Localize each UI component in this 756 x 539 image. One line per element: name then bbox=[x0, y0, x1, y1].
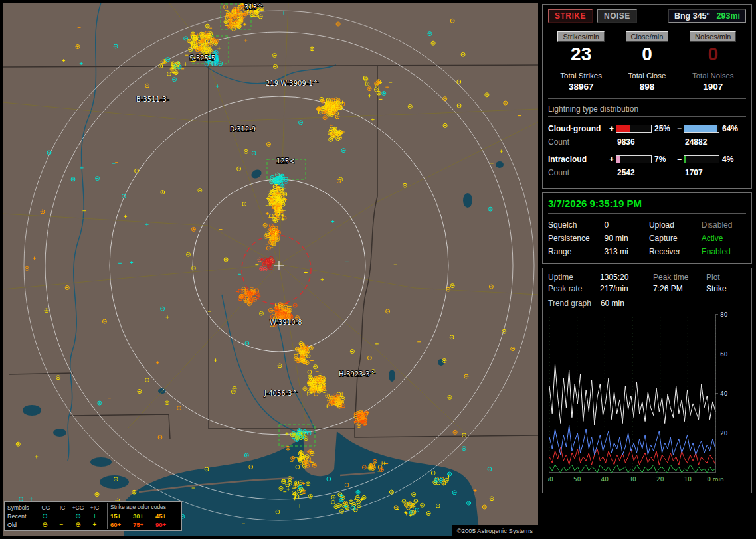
peak-rate-value: 217/min bbox=[600, 284, 653, 293]
rate-box: Noises/min0 bbox=[680, 31, 746, 65]
age-code: 90+ bbox=[155, 521, 178, 528]
peak-rate-label: Peak rate bbox=[548, 284, 600, 293]
rate-box: Strikes/min23 bbox=[548, 31, 614, 65]
map-legend: Symbols-CG-IC+CG+IC Recent⊖−⊕+Old⊖−⊕+ St… bbox=[4, 501, 182, 531]
trend-window-value: 60 min bbox=[601, 299, 624, 308]
svg-text:20: 20 bbox=[656, 476, 664, 483]
legend-symbol: − bbox=[53, 513, 70, 520]
count-row: Count25421707 bbox=[548, 166, 746, 179]
legend-symbol: + bbox=[86, 513, 103, 520]
storm-cell-label: B-3511-3- bbox=[136, 96, 169, 103]
storm-cell-label: J-4056-3^ bbox=[264, 390, 298, 397]
age-code: 60+ bbox=[110, 521, 133, 528]
rate-chip[interactable]: Noises/min bbox=[690, 31, 736, 42]
legend-header: +CG bbox=[70, 504, 86, 511]
distribution-title: Lightning type distribution bbox=[548, 104, 746, 117]
storm-cell-label: H-3923-3^ bbox=[339, 370, 375, 378]
plot-value: Strike bbox=[706, 284, 746, 293]
rate-value: 0 bbox=[680, 44, 746, 65]
rate-box: Close/min0 bbox=[614, 31, 680, 65]
peak-time-value: 7:26 PM bbox=[653, 284, 706, 293]
legend-header: -CG bbox=[37, 504, 53, 511]
legend-symbol: ⊕ bbox=[70, 522, 86, 528]
legend-headers: Symbols-CG-IC+CG+IC bbox=[7, 503, 106, 512]
legend-symbol: − bbox=[53, 522, 70, 528]
age-row: 60+75+90+ bbox=[110, 520, 179, 529]
settings-row: Squelch0UploadDisabled bbox=[548, 218, 746, 232]
distribution-row: Intracloud+7%−4% bbox=[548, 153, 746, 166]
rate-chip[interactable]: Strikes/min bbox=[557, 31, 604, 42]
minus-bar bbox=[684, 155, 719, 163]
legend-symbol: ⊖ bbox=[37, 513, 53, 520]
distribution-rows: Cloud-ground+25%−64%Count983624882Intrac… bbox=[548, 122, 746, 179]
legend-header: -IC bbox=[53, 504, 70, 511]
uptime-label: Uptime bbox=[548, 273, 600, 282]
noise-mode-button[interactable]: NOISE bbox=[597, 9, 637, 23]
bearing-label: Bng 345° bbox=[674, 11, 710, 21]
age-code: 75+ bbox=[133, 521, 155, 528]
performance-grid: Uptime 1305:20 Peak time Plot Peak rate … bbox=[548, 273, 746, 293]
storm-cell-label: 313^ bbox=[244, 3, 262, 11]
legend-symbol: ⊖ bbox=[37, 522, 53, 528]
plus-bar bbox=[616, 155, 652, 163]
statistics-section: STRIKENOISE Bng 345° 293mi Strikes/min23… bbox=[542, 4, 752, 189]
legend-age-rows: 15+30+45+60+75+90+ bbox=[110, 512, 179, 529]
storm-cell-label: R-312-9 bbox=[230, 125, 256, 133]
rate-value: 23 bbox=[548, 44, 614, 65]
svg-text:20: 20 bbox=[720, 430, 728, 437]
legend-age-title: Strike age color codes bbox=[110, 503, 179, 512]
storm-cell-label: 219 W-3909-1^ bbox=[266, 80, 318, 87]
svg-text:50: 50 bbox=[573, 476, 581, 483]
uptime-value: 1305:20 bbox=[600, 273, 653, 282]
svg-text:40: 40 bbox=[601, 476, 609, 483]
map-canvas: 313^S-325-5219 W-3909-1^B-3511-3-R-312-9… bbox=[3, 3, 538, 536]
status-section: 3/7/2026 9:35:19 PM Squelch0UploadDisabl… bbox=[542, 193, 752, 264]
legend-row: Old⊖−⊕+ bbox=[7, 520, 106, 529]
legend-header: Symbols bbox=[7, 504, 37, 511]
legend-row: Recent⊖−⊕+ bbox=[7, 512, 106, 520]
copyright-label: ©2005 Astrogenic Systems bbox=[452, 525, 538, 536]
age-code: 15+ bbox=[110, 512, 133, 520]
distribution-row: Cloud-ground+25%−64% bbox=[548, 122, 746, 135]
trend-chart: 204060806050403020100 min bbox=[548, 312, 747, 486]
plus-bar bbox=[616, 125, 652, 133]
legend-symbol-rows: Recent⊖−⊕+Old⊖−⊕+ bbox=[7, 512, 106, 529]
svg-text:80: 80 bbox=[720, 312, 728, 318]
peak-time-label: Peak time bbox=[653, 273, 706, 282]
lightning-map[interactable]: 313^S-325-5219 W-3909-1^B-3511-3-R-312-9… bbox=[3, 3, 538, 536]
trend-graph-label: Trend graph bbox=[548, 299, 591, 308]
legend-header: +IC bbox=[86, 504, 103, 511]
mode-buttons: STRIKENOISE bbox=[548, 9, 637, 23]
bearing-box: Bng 345° 293mi bbox=[668, 9, 746, 23]
rate-boxes: Strikes/min23Close/min0Noises/min0 bbox=[548, 31, 746, 65]
svg-text:30: 30 bbox=[628, 476, 636, 483]
trend-section: Uptime 1305:20 Peak time Plot Peak rate … bbox=[542, 268, 752, 493]
rate-chip[interactable]: Close/min bbox=[626, 31, 669, 42]
svg-text:0 min: 0 min bbox=[707, 476, 724, 483]
minus-bar bbox=[684, 125, 719, 133]
rate-value: 0 bbox=[614, 44, 680, 65]
svg-text:40: 40 bbox=[720, 390, 728, 397]
svg-text:10: 10 bbox=[684, 476, 692, 483]
totals-row: Total Strikes38967Total Close898Total No… bbox=[548, 72, 746, 92]
legend-symbol: + bbox=[86, 522, 103, 528]
strike-mode-button[interactable]: STRIKE bbox=[548, 9, 593, 23]
count-row: Count983624882 bbox=[548, 135, 746, 149]
total-box: Total Strikes38967 bbox=[548, 72, 614, 92]
age-row: 15+30+45+ bbox=[110, 512, 179, 520]
settings-row: Persistence90 minCaptureActive bbox=[548, 232, 746, 245]
legend-symbol: ⊕ bbox=[70, 513, 86, 520]
bearing-distance: 293mi bbox=[717, 11, 740, 21]
control-panel: STRIKENOISE Bng 345° 293mi Strikes/min23… bbox=[542, 4, 752, 497]
divider bbox=[548, 98, 746, 99]
svg-text:60: 60 bbox=[720, 351, 728, 358]
datetime-display: 3/7/2026 9:35:19 PM bbox=[548, 198, 746, 214]
storm-cell-label: S-325-5 bbox=[189, 54, 215, 62]
settings-rows: Squelch0UploadDisabledPersistence90 minC… bbox=[548, 218, 746, 258]
settings-row: Range313 miReceiverEnabled bbox=[548, 245, 746, 258]
storm-cell-label: 125< bbox=[276, 157, 294, 165]
total-box: Total Noises1907 bbox=[680, 72, 746, 92]
app-window: 313^S-325-5219 W-3909-1^B-3511-3-R-312-9… bbox=[0, 0, 756, 539]
plot-label: Plot bbox=[706, 273, 746, 282]
total-box: Total Close898 bbox=[614, 72, 680, 92]
